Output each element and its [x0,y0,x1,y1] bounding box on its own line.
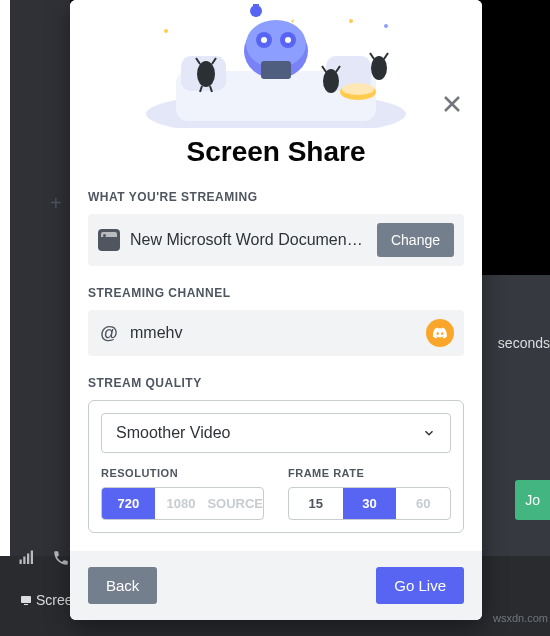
svg-line-28 [370,53,374,59]
go-live-button[interactable]: Go Live [376,567,464,604]
svg-point-14 [261,37,267,43]
svg-rect-16 [261,61,291,79]
quality-preset-select[interactable]: Smoother Video [101,413,451,453]
framerate-60[interactable]: 60 [396,488,450,519]
add-channel-icon[interactable]: + [50,192,62,215]
svg-line-29 [384,53,388,59]
window-icon [98,229,120,251]
streaming-app-row: New Microsoft Word Document ... Change [88,214,464,266]
framerate-segmented: 15 30 60 [288,487,451,520]
resolution-720[interactable]: 720 [102,488,155,519]
svg-point-34 [349,19,353,23]
channel-name-text: mmehv [130,324,416,342]
change-button[interactable]: Change [377,223,454,257]
at-icon: @ [98,323,120,344]
resolution-label: RESOLUTION [101,467,264,479]
quality-section-label: STREAM QUALITY [88,376,464,390]
watermark-text: wsxdn.com [493,612,548,624]
quality-box: Smoother Video RESOLUTION 720 1080 SOURC… [88,400,464,533]
join-button-partial[interactable]: Jo [515,480,550,520]
streaming-section-label: WHAT YOU'RE STREAMING [88,190,464,204]
quality-preset-value: Smoother Video [116,424,422,442]
svg-point-31 [342,83,374,95]
channel-section-label: STREAMING CHANNEL [88,286,464,300]
svg-rect-3 [31,551,33,565]
svg-rect-18 [253,4,259,7]
svg-point-24 [323,69,339,93]
svg-point-19 [197,61,215,87]
svg-point-11 [246,20,306,68]
svg-point-33 [384,24,388,28]
background-sidebar [0,0,70,636]
app-name-text: New Microsoft Word Document ... [130,231,367,249]
discord-badge-icon [426,319,454,347]
svg-rect-2 [27,554,29,565]
background-left-strip [0,0,10,636]
svg-point-27 [371,56,387,80]
streaming-channel-row[interactable]: @ mmehv [88,310,464,356]
call-icon[interactable] [52,549,70,571]
chevron-down-icon [422,426,436,440]
background-text-seconds: seconds [498,335,550,351]
hero-illustration [70,0,482,128]
back-button[interactable]: Back [88,567,157,604]
close-button[interactable] [440,92,466,118]
framerate-label: FRAME RATE [288,467,451,479]
resolution-1080[interactable]: 1080 [155,488,208,519]
screen-share-modal: Screen Share WHAT YOU'RE STREAMING New M… [70,0,482,620]
framerate-30[interactable]: 30 [343,488,397,519]
svg-rect-5 [24,604,28,605]
modal-title: Screen Share [88,136,464,168]
signal-icon[interactable] [18,549,36,571]
svg-rect-1 [23,557,25,565]
resolution-segmented: 720 1080 SOURCE [101,487,264,520]
framerate-15[interactable]: 15 [289,488,343,519]
svg-point-32 [164,29,168,33]
resolution-source[interactable]: SOURCE [207,488,263,519]
svg-rect-4 [21,596,31,603]
svg-point-15 [285,37,291,43]
modal-footer: Back Go Live [70,551,482,620]
svg-rect-0 [20,560,22,565]
